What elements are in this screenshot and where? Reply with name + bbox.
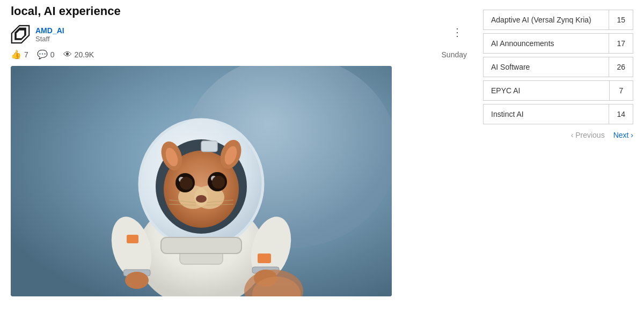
- category-count: 17: [609, 34, 633, 53]
- post-author: AMD_AI Staff: [11, 25, 64, 44]
- post-header: AMD_AI Staff ⋮: [11, 25, 467, 44]
- category-item[interactable]: AI Software26: [483, 57, 633, 77]
- svg-rect-9: [258, 254, 271, 263]
- svg-point-36: [185, 118, 217, 131]
- views-count: 20.9K: [75, 50, 94, 59]
- svg-point-12: [125, 272, 149, 289]
- category-label: EPYC AI: [484, 81, 609, 100]
- thumbs-up-icon: 👍: [11, 49, 21, 59]
- sidebar: Adaptive AI (Versal Zynq Kria)15AI Annou…: [478, 0, 644, 328]
- main-content: local, AI experience AMD_AI Staff: [0, 0, 478, 328]
- pagination: ‹ Previous Next ›: [483, 131, 633, 139]
- author-name-link[interactable]: AMD_AI: [35, 26, 64, 35]
- post-card: AMD_AI Staff ⋮ 👍 7 💬 0 👁 20.9K: [11, 25, 467, 296]
- category-item[interactable]: EPYC AI7: [483, 80, 633, 101]
- previous-button: ‹ Previous: [571, 131, 605, 139]
- category-count: 15: [609, 10, 633, 29]
- category-label: Instinct AI: [484, 105, 609, 124]
- category-item[interactable]: Instinct AI14: [483, 104, 633, 124]
- eye-icon: 👁: [63, 50, 72, 59]
- next-button[interactable]: Next ›: [613, 131, 633, 139]
- category-item[interactable]: AI Announcements17: [483, 33, 633, 54]
- svg-point-34: [212, 176, 225, 189]
- category-count: 26: [609, 57, 633, 77]
- svg-rect-41: [127, 235, 138, 243]
- svg-rect-40: [201, 141, 217, 152]
- category-label: Adaptive AI (Versal Zynq Kria): [484, 10, 609, 29]
- comment-icon: 💬: [37, 49, 48, 59]
- page-title: local, AI experience: [11, 0, 467, 25]
- likes-count: 7: [24, 50, 28, 59]
- post-menu-button[interactable]: ⋮: [448, 25, 467, 40]
- amd-logo-icon: [11, 25, 30, 44]
- svg-point-24: [196, 195, 207, 203]
- category-item[interactable]: Adaptive AI (Versal Zynq Kria)15: [483, 10, 633, 30]
- category-label: AI Software: [484, 57, 609, 77]
- svg-point-33: [180, 177, 193, 190]
- post-meta: 👍 7 💬 0 👁 20.9K Sunday: [11, 49, 467, 59]
- author-role: Staff: [35, 35, 64, 43]
- views-stat: 👁 20.9K: [63, 50, 94, 59]
- comments-count: 0: [50, 50, 55, 59]
- comments-stat: 💬 0: [37, 49, 55, 59]
- post-stats: 👍 7 💬 0 👁 20.9K: [11, 49, 94, 59]
- author-info: AMD_AI Staff: [35, 26, 64, 43]
- likes-stat: 👍 7: [11, 49, 28, 59]
- post-date: Sunday: [442, 50, 467, 59]
- svg-rect-37: [161, 237, 241, 254]
- category-count: 7: [609, 81, 633, 100]
- category-list: Adaptive AI (Versal Zynq Kria)15AI Annou…: [483, 10, 633, 124]
- post-image: [11, 66, 392, 296]
- category-count: 14: [609, 105, 633, 124]
- category-label: AI Announcements: [484, 34, 609, 53]
